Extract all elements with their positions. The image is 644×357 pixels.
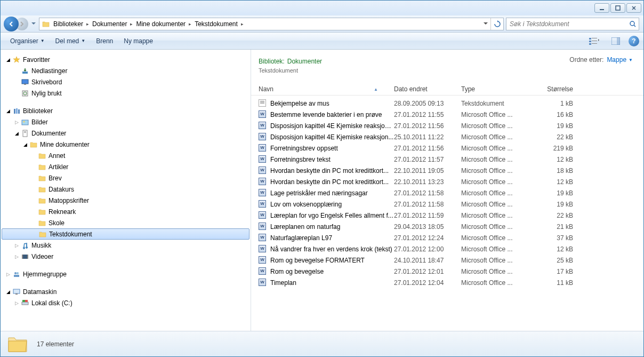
file-row[interactable]: WLæreplan for vgo Engelsk Felles allment… — [259, 210, 636, 221]
tree-folder-item[interactable]: Artikler — [1, 161, 251, 172]
file-row[interactable]: WTimeplan27.01.2012 12:04Microsoft Offic… — [259, 277, 636, 288]
new-folder-button[interactable]: Ny mappe — [118, 35, 158, 47]
tree-documents[interactable]: ◢Dokumenter — [1, 128, 251, 139]
tree-pictures[interactable]: ▷Bilder — [1, 116, 251, 128]
breadcrumb-item[interactable]: Tekstdokument — [192, 18, 240, 30]
file-row[interactable]: WLæreplanen om naturfag29.04.2013 18:05M… — [259, 221, 636, 232]
file-type: Microsoft Office ... — [461, 234, 530, 242]
maximize-button[interactable] — [610, 3, 625, 13]
tree-recent[interactable]: Nylig brukt — [1, 88, 251, 99]
file-row[interactable]: WRom og bevegelse FORMATERT24.10.2011 18… — [259, 255, 636, 266]
history-dropdown[interactable] — [30, 19, 37, 29]
documents-icon — [21, 129, 29, 138]
tree-downloads[interactable]: Nedlastinger — [1, 65, 251, 76]
svg-rect-29 — [14, 275, 19, 277]
address-dropdown[interactable] — [481, 18, 490, 30]
arrange-label: Ordne etter: — [569, 56, 603, 64]
search-input[interactable] — [506, 20, 627, 28]
tree-folder-item[interactable]: Skole — [1, 217, 251, 228]
navigation-pane[interactable]: ◢Favoritter Nedlastinger Skrivebord Nyli… — [1, 50, 251, 331]
recent-icon — [21, 89, 29, 98]
minimize-button[interactable] — [594, 3, 609, 13]
file-row[interactable]: WForretningsbrev tekst27.01.2012 11:57Mi… — [259, 154, 636, 165]
tree-folder-item[interactable]: Datakurs — [1, 184, 251, 195]
chevron-right-icon[interactable]: ▸ — [240, 21, 245, 27]
file-name: Rom og bevegelse FORMATERT — [270, 257, 394, 264]
refresh-button[interactable] — [490, 18, 503, 30]
tree-desktop[interactable]: Skrivebord — [1, 76, 251, 88]
breadcrumb-item[interactable]: Biblioteker — [51, 18, 85, 30]
help-button[interactable]: ? — [629, 36, 639, 46]
back-button[interactable] — [4, 17, 19, 31]
file-size: 25 kB — [530, 257, 573, 264]
tree-libraries[interactable]: ◢Biblioteker — [1, 105, 251, 116]
tree-local-disk[interactable]: ▷Lokal disk (C:) — [1, 297, 251, 308]
preview-pane-button[interactable] — [607, 35, 624, 47]
tree-folder-item[interactable]: Rekneark — [1, 206, 251, 217]
burn-button[interactable]: Brenn — [91, 35, 118, 47]
view-mode-button[interactable] — [586, 35, 603, 47]
chevron-right-icon[interactable]: ▸ — [188, 21, 192, 27]
file-name: Disposisjon kapittel 4E Kjemiske reaksjo… — [270, 133, 394, 141]
column-headers[interactable]: Navn▲ Dato endret Type Størrelse — [251, 82, 643, 96]
arrange-value[interactable]: Mappe▼ — [607, 56, 633, 64]
file-type: Microsoft Office ... — [461, 245, 530, 253]
word-file-icon: W — [259, 178, 266, 185]
share-button[interactable]: Del med▼ — [50, 35, 91, 47]
file-row[interactable]: WLage petriskåler med næringsagar27.01.2… — [259, 187, 636, 199]
file-name: Lov om voksenopplæring — [270, 201, 394, 208]
tree-videos[interactable]: ▷Videoer — [1, 251, 251, 262]
file-name: Nå vandrer fra hver en verdens krok (tek… — [270, 245, 394, 253]
file-row[interactable]: WBestemme levende bakterier i en prøve27… — [259, 109, 636, 120]
file-name: Rom og bevegelse — [270, 268, 394, 275]
col-type[interactable]: Type — [461, 85, 530, 93]
file-type: Microsoft Office ... — [461, 133, 530, 141]
file-row[interactable]: WHvordan beskytte din PC mot kredittkort… — [259, 165, 636, 176]
col-date[interactable]: Dato endret — [394, 85, 461, 93]
close-button[interactable] — [626, 3, 641, 13]
tree-folder-item[interactable]: Tekstdokument — [2, 228, 249, 240]
file-type: Microsoft Office ... — [461, 145, 530, 152]
breadcrumb-item[interactable]: Dokumenter — [90, 18, 129, 30]
tree-folder-item[interactable]: Brev — [1, 172, 251, 184]
search-box[interactable] — [506, 18, 639, 30]
tree-music[interactable]: ▷Musikk — [1, 240, 251, 251]
col-name[interactable]: Navn▲ — [259, 85, 394, 93]
file-date: 27.01.2012 12:04 — [394, 279, 461, 287]
file-type: Microsoft Office ... — [461, 268, 530, 275]
tree-favorites[interactable]: ◢Favoritter — [1, 54, 251, 65]
library-icon — [12, 107, 21, 115]
tree-label: Brev — [49, 174, 62, 182]
svg-rect-19 — [22, 120, 28, 125]
file-row[interactable]: WRom og bevegelse27.01.2012 12:01Microso… — [259, 266, 636, 277]
file-name: Timeplan — [270, 279, 394, 287]
content-pane: Bibliotek: Dokumenter Tekstdokument Ordn… — [251, 50, 643, 331]
toolbar: Organiser▼ Del med▼ Brenn Ny mappe ? — [1, 33, 643, 50]
svg-rect-1 — [616, 6, 620, 10]
file-date: 27.01.2012 12:01 — [394, 268, 461, 275]
file-row[interactable]: WDisposisjon kapittel 4E Kjemiske reaksj… — [259, 120, 636, 131]
file-row[interactable]: WNaturfaglæreplan L9727.01.2012 12:24Mic… — [259, 232, 636, 243]
breadcrumb-item[interactable]: Mine dokumenter — [134, 18, 188, 30]
col-size[interactable]: Størrelse — [530, 85, 573, 93]
chevron-right-icon[interactable]: ▸ — [129, 21, 134, 27]
chevron-right-icon[interactable]: ▸ — [85, 21, 90, 27]
tree-folder-item[interactable]: Matoppskrifter — [1, 195, 251, 206]
file-row[interactable]: Bekjempelse av mus28.09.2005 09:13Tekstd… — [259, 98, 636, 109]
file-row[interactable]: WHvordan beskytte din PC mot kredittkort… — [259, 176, 636, 187]
folder-icon — [38, 163, 46, 171]
file-row[interactable]: WDisposisjon kapittel 4E Kjemiske reaksj… — [259, 131, 636, 142]
address-bar[interactable]: Biblioteker▸Dokumenter▸Mine dokumenter▸T… — [39, 18, 504, 30]
tree-my-documents[interactable]: ◢Mine dokumenter — [1, 139, 251, 150]
search-icon[interactable] — [627, 18, 639, 30]
file-type: Tekstdokument — [461, 100, 530, 107]
file-row[interactable]: WLov om voksenopplæring27.01.2012 11:58M… — [259, 199, 636, 210]
tree-folder-item[interactable]: Annet — [1, 150, 251, 161]
file-row[interactable]: WForretningsbrev oppsett27.01.2012 11:56… — [259, 142, 636, 154]
file-row[interactable]: WNå vandrer fra hver en verdens krok (te… — [259, 243, 636, 255]
tree-computer[interactable]: ◢Datamaskin — [1, 286, 251, 297]
status-bar: 17 elementer — [1, 331, 643, 356]
tree-homegroup[interactable]: ▷Hjemmegruppe — [1, 268, 251, 280]
file-type: Microsoft Office ... — [461, 178, 530, 186]
organize-button[interactable]: Organiser▼ — [5, 35, 50, 47]
